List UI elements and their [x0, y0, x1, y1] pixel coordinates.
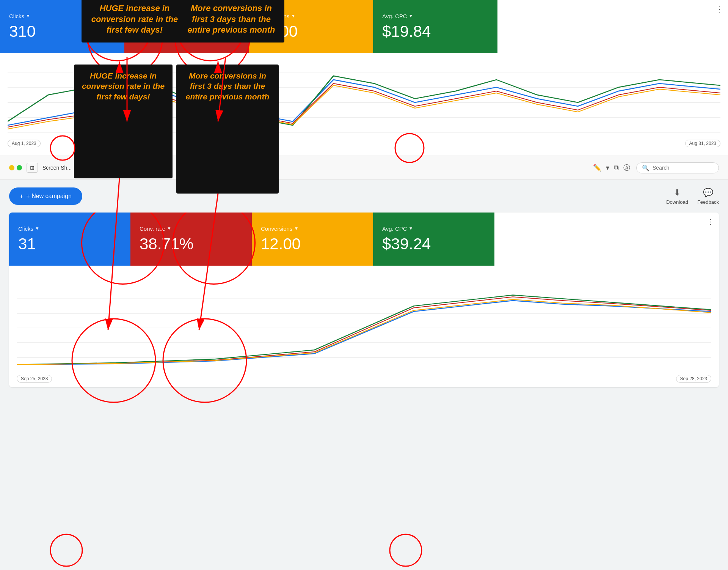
svg-point-27	[50, 534, 82, 566]
second-chart-svg	[17, 269, 711, 372]
toolbar-layout-button[interactable]: ⊞	[27, 163, 38, 173]
pencil-icon[interactable]: ✏️	[593, 164, 601, 172]
action-row: + + New campaign ⬇ Download 💬 Feedback	[9, 187, 719, 205]
clicks-metric-top: Clicks ▼ 310	[0, 0, 124, 53]
download-icon: ⬇	[674, 188, 681, 198]
clicks-value-top: 310	[9, 22, 115, 41]
dot-yellow	[9, 165, 14, 170]
avg-cpc-dropdown-top[interactable]: ▼	[409, 13, 413, 19]
avg-cpc-value-top: $19.84	[382, 22, 488, 41]
clicks-dropdown-second[interactable]: ▼	[35, 226, 39, 231]
conversions-metric-top: Conversions ▼ 11.00	[249, 0, 373, 53]
download-button[interactable]: ⬇ Download	[666, 188, 688, 205]
conv-rate-value-top: 3.55%	[133, 22, 240, 41]
toolbar-left: ⊞ Screen Sh...	[9, 163, 72, 173]
new-campaign-button[interactable]: + + New campaign	[9, 187, 82, 205]
search-input[interactable]	[653, 165, 713, 171]
conv-rate-label-top: Conv. rate ▼	[133, 13, 240, 19]
campaign-panel: Clicks ▼ 31 Conv. rate ▼ 38.71% Conversi…	[9, 213, 719, 387]
second-metrics-bar: Clicks ▼ 31 Conv. rate ▼ 38.71% Conversi…	[9, 213, 719, 266]
conv-rate-metric-second: Conv. rate ▼ 38.71%	[130, 213, 252, 266]
avg-cpc-dropdown-second[interactable]: ▼	[409, 226, 413, 231]
conversions-value-second: 12.00	[261, 235, 364, 253]
top-chart-date-end: Aug 31, 2023	[685, 140, 720, 147]
avg-cpc-metric-second: Avg. CPC ▼ $39.24	[373, 213, 494, 266]
feedback-icon: 💬	[703, 188, 713, 198]
search-icon: 🔍	[642, 164, 650, 172]
second-chart-area: Sep 25, 2023 Sep 28, 2023	[9, 266, 719, 387]
second-section: + + New campaign ⬇ Download 💬 Feedback C…	[0, 180, 728, 395]
conv-rate-metric-top: Conv. rate ▼ 3.55%	[124, 0, 249, 53]
clicks-value-second: 31	[18, 235, 121, 253]
top-chart-svg	[8, 57, 720, 148]
avg-cpc-label-top: Avg. CPC ▼	[382, 13, 488, 19]
avg-cpc-value-second: $39.24	[382, 235, 485, 253]
conv-rate-label-second: Conv. rate ▼	[140, 225, 243, 232]
at-icon[interactable]: Ⓐ	[623, 163, 630, 172]
copy-icon[interactable]: ⧉	[614, 164, 619, 172]
avg-cpc-metric-top: Avg. CPC ▼ $19.84	[373, 0, 497, 53]
conv-rate-dropdown-second[interactable]: ▼	[167, 226, 171, 231]
top-chart-date-start: Aug 1, 2023	[8, 140, 41, 147]
second-chart-placeholder: ⋮	[494, 213, 719, 266]
conversions-label-second: Conversions ▼	[261, 225, 364, 232]
second-chart-date-end: Sep 28, 2023	[676, 375, 711, 383]
toolbar-icon-group: ✏️ ▾ ⧉ Ⓐ	[593, 163, 630, 172]
dot-green	[17, 165, 22, 170]
plus-icon: +	[20, 193, 23, 200]
conv-rate-value-second: 38.71%	[140, 235, 243, 253]
top-chart-placeholder: ⋮	[497, 0, 728, 53]
top-panel: Clicks ▼ 310 Conv. rate ▼ 3.55% Conversi…	[0, 0, 728, 156]
conversions-dropdown-top[interactable]: ▼	[291, 13, 295, 19]
avg-cpc-label-second: Avg. CPC ▼	[382, 225, 485, 232]
toolbar-screen-label: Screen Sh...	[42, 165, 72, 171]
toolbar: ⊞ Screen Sh... ✏️ ▾ ⧉ Ⓐ 🔍	[0, 156, 728, 180]
second-more-options-button[interactable]: ⋮	[707, 217, 714, 226]
conversions-metric-second: Conversions ▼ 12.00	[252, 213, 373, 266]
conversions-label-top: Conversions ▼	[258, 13, 364, 19]
clicks-label-top: Clicks ▼	[9, 13, 115, 19]
action-buttons-right: ⬇ Download 💬 Feedback	[666, 188, 719, 205]
toolbar-right: ✏️ ▾ ⧉ Ⓐ 🔍	[593, 162, 719, 173]
conv-rate-dropdown-top[interactable]: ▼	[161, 13, 165, 19]
conversions-dropdown-second[interactable]: ▼	[294, 226, 298, 231]
feedback-button[interactable]: 💬 Feedback	[697, 188, 719, 205]
top-more-options-button[interactable]: ⋮	[716, 5, 723, 14]
search-box[interactable]: 🔍	[636, 162, 719, 173]
clicks-dropdown-top[interactable]: ▼	[26, 13, 30, 19]
clicks-metric-second: Clicks ▼ 31	[9, 213, 130, 266]
second-chart-date-start: Sep 25, 2023	[17, 375, 52, 383]
toolbar-logo-dots	[9, 165, 22, 170]
clicks-label-second: Clicks ▼	[18, 225, 121, 232]
top-metrics-bar: Clicks ▼ 310 Conv. rate ▼ 3.55% Conversi…	[0, 0, 728, 53]
svg-point-28	[390, 534, 422, 566]
conversions-value-top: 11.00	[258, 22, 364, 41]
top-chart-area: Aug 1, 2023 Aug 31, 2023	[0, 53, 728, 152]
dropdown-icon[interactable]: ▾	[606, 164, 609, 172]
